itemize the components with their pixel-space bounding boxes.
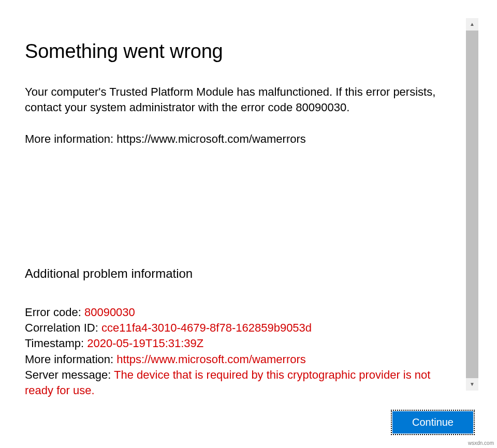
continue-button[interactable]: Continue <box>392 411 473 434</box>
scroll-down-button[interactable]: ▼ <box>466 378 478 391</box>
chevron-down-icon: ▼ <box>470 382 475 387</box>
error-code-label: Error code: <box>25 306 84 319</box>
scrollbar[interactable]: ▲ ▼ <box>466 18 478 391</box>
error-description: Your computer's Trusted Platform Module … <box>25 84 462 116</box>
more-info-row: More information: https://www.microsoft.… <box>25 352 462 367</box>
more-info-detail-label: More information: <box>25 353 116 366</box>
watermark: wsxdn.com <box>468 440 494 446</box>
server-message-row: Server message: The device that is requi… <box>25 367 462 399</box>
scroll-up-button[interactable]: ▲ <box>466 18 478 31</box>
more-info-url: https://www.microsoft.com/wamerrors <box>116 132 306 145</box>
server-message-label: Server message: <box>25 368 114 381</box>
correlation-id-row: Correlation ID: cce11fa4-3010-4679-8f78-… <box>25 320 462 336</box>
additional-info-heading: Additional problem information <box>25 266 462 281</box>
correlation-id-value: cce11fa4-3010-4679-8f78-162859b9053d <box>101 321 312 334</box>
timestamp-row: Timestamp: 2020-05-19T15:31:39Z <box>25 336 462 351</box>
error-code-row: Error code: 80090030 <box>25 305 462 320</box>
error-code-value: 80090030 <box>84 306 135 319</box>
page-title: Something went wrong <box>25 40 462 63</box>
chevron-up-icon: ▲ <box>470 22 475 27</box>
problem-details: Error code: 80090030 Correlation ID: cce… <box>25 305 462 399</box>
timestamp-value: 2020-05-19T15:31:39Z <box>87 337 203 350</box>
dialog-footer: Continue <box>392 411 473 434</box>
more-information-line: More information: https://www.microsoft.… <box>25 131 462 147</box>
timestamp-label: Timestamp: <box>25 337 87 350</box>
more-info-detail-value: https://www.microsoft.com/wamerrors <box>116 353 306 366</box>
correlation-id-label: Correlation ID: <box>25 321 101 334</box>
more-info-label: More information: <box>25 132 116 145</box>
scroll-thumb[interactable] <box>466 31 478 378</box>
dialog-content: Something went wrong Your computer's Tru… <box>25 40 462 399</box>
